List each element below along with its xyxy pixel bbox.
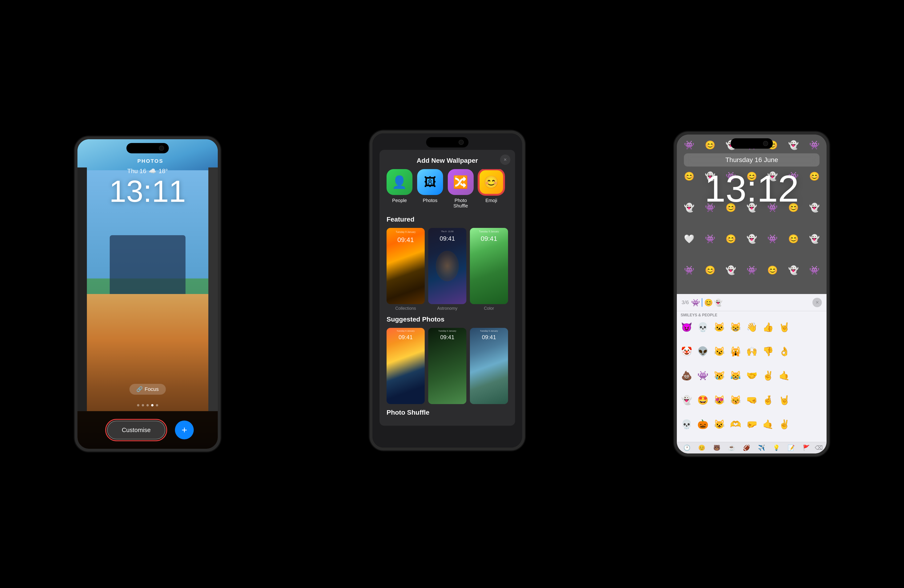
ep-call-me[interactable]: 🤙: [776, 369, 792, 383]
ep-fist-right[interactable]: 🤜: [744, 393, 760, 407]
dot-3: [147, 404, 149, 407]
tb-smileys[interactable]: 😊: [695, 445, 708, 451]
add-wallpaper-modal: Add New Wallpaper × 👤 People 🖼 Photos 🔀 …: [379, 150, 515, 426]
date-weather: Thu 16 ☁️ 18°: [77, 167, 218, 175]
tb-food[interactable]: ☕: [725, 445, 738, 451]
selected-emojis: 👾 😊 👻: [691, 298, 810, 307]
lock-info: Thu 16 ☁️ 18° 13:11: [77, 167, 218, 207]
tb-sports[interactable]: 🏈: [740, 445, 753, 451]
ep-kiss-cat[interactable]: 😽: [728, 393, 743, 407]
sunset-time-big: 09:41: [387, 334, 425, 341]
suggested-lake[interactable]: Tuesday 9 January 09:41: [470, 328, 508, 404]
e7: 👾: [804, 137, 825, 153]
ep-call-me2[interactable]: 🤙: [760, 417, 776, 431]
sunset-time: Tuesday 9 January: [387, 330, 425, 332]
ep-empty8: [809, 393, 825, 407]
ep-devil[interactable]: 😈: [679, 320, 694, 334]
tb-flags[interactable]: 🚩: [800, 445, 812, 451]
delete-button[interactable]: ⌫: [815, 445, 823, 451]
ep-peace2[interactable]: ✌️: [776, 417, 792, 431]
ep-thumbsup[interactable]: 👍: [760, 320, 776, 334]
ep-heart-cat[interactable]: 😻: [711, 393, 727, 407]
ep-heart-hands[interactable]: 🫶: [728, 417, 743, 431]
ep-empty6: [809, 369, 825, 383]
tb-symbols[interactable]: 📝: [785, 445, 798, 451]
ep-rock2[interactable]: 🤘: [776, 393, 792, 407]
suggested-sunset[interactable]: Tuesday 9 January 09:41: [387, 328, 425, 404]
featured-color[interactable]: Tuesday 9 January 09:41 Color: [470, 228, 508, 311]
ep-ghost[interactable]: 👻: [679, 393, 694, 407]
color-time: Tuesday 9 January: [470, 230, 508, 233]
panel-close-button[interactable]: ✕: [812, 298, 822, 307]
forest-preview: Tuesday 9 January 09:41: [428, 328, 466, 404]
featured-collections[interactable]: Tuesday 9 January 09:41 Collections: [387, 228, 425, 311]
ep-cat-scream[interactable]: 🙀: [728, 344, 743, 358]
e35: 👾: [804, 262, 825, 279]
focus-pill[interactable]: 🔗 Focus: [129, 384, 166, 395]
ep-empty4: [809, 344, 825, 358]
ep-skull[interactable]: 💀: [695, 320, 711, 334]
ep-poop[interactable]: 💩: [679, 369, 694, 383]
color-label: Color: [470, 306, 508, 311]
camera-3: [763, 141, 768, 146]
dot-4: [151, 404, 153, 407]
ep-cat3[interactable]: 😼: [711, 344, 727, 358]
phone-3: 👾 😊 👻 👾 😊 👻 👾 😊 👻 👾 😊 👻 👾 😊 👻 👾 😊 👻 👾: [674, 132, 830, 456]
ep-invader[interactable]: 👾: [695, 369, 711, 383]
photo-shuffle-label: Photo Shuffle: [448, 198, 474, 209]
suggested-title: Suggested Photos: [387, 316, 508, 323]
e2: 😊: [700, 137, 720, 153]
ep-cat2[interactable]: 😸: [728, 320, 743, 334]
add-button[interactable]: +: [175, 421, 194, 439]
camera-2: [458, 140, 464, 145]
ep-crying-cat[interactable]: 😿: [711, 369, 727, 383]
ep-cat4[interactable]: 😺: [711, 417, 727, 431]
color-time-big: 09:41: [470, 235, 508, 243]
tb-objects[interactable]: 💡: [770, 445, 782, 451]
tb-travel[interactable]: ✈️: [755, 445, 768, 451]
suggested-forest[interactable]: Tuesday 9 January 09:41: [428, 328, 466, 404]
ep-empty1: [793, 320, 808, 334]
ep-wave[interactable]: 👋: [744, 320, 760, 334]
ep-clown[interactable]: 🤡: [679, 344, 694, 358]
customise-button[interactable]: Customise: [107, 421, 166, 440]
e29: 👾: [679, 262, 699, 279]
ep-skull2[interactable]: 💀: [679, 417, 694, 431]
e34: 👻: [784, 262, 803, 279]
tb-recent[interactable]: 🕐: [681, 445, 693, 451]
ep-thumbsdown[interactable]: 👎: [760, 344, 776, 358]
astronomy-time-big: 09:41: [428, 235, 466, 242]
close-button[interactable]: ×: [500, 154, 510, 165]
ep-rock[interactable]: 🤘: [776, 320, 792, 334]
wtype-photos[interactable]: 🖼 Photos: [417, 169, 443, 209]
e23: 👾: [700, 231, 720, 247]
ep-star-eyes[interactable]: 🤩: [695, 393, 711, 407]
featured-astronomy[interactable]: Thu 9 · 21:55 09:41 Astronomy: [428, 228, 466, 311]
ep-handshake[interactable]: 🤝: [744, 369, 760, 383]
ep-alien[interactable]: 👽: [695, 344, 711, 358]
wtype-photo-shuffle[interactable]: 🔀 Photo Shuffle: [448, 169, 474, 209]
sunset-preview: Tuesday 9 January 09:41: [387, 328, 425, 404]
astronomy-preview: Thu 9 · 21:55 09:41: [428, 228, 466, 304]
ep-empty3: [793, 344, 808, 358]
ep-pumpkin[interactable]: 🎃: [695, 417, 711, 431]
forest-time-big: 09:41: [428, 334, 466, 341]
wtype-people[interactable]: 👤 People: [387, 169, 412, 209]
ep-ok[interactable]: 👌: [776, 344, 792, 358]
e33: 😊: [763, 262, 783, 279]
focus-label: Focus: [145, 386, 159, 392]
ep-fist-left[interactable]: 🤛: [744, 417, 760, 431]
e6: 👻: [784, 137, 803, 153]
featured-grid: Tuesday 9 January 09:41 Collections Thu …: [387, 228, 508, 311]
ep-peace[interactable]: ✌️: [760, 369, 776, 383]
big-time: 13:12: [677, 170, 827, 207]
photo-shuffle-title: Photo Shuffle: [387, 409, 508, 416]
tb-animals[interactable]: 🐻: [711, 445, 723, 451]
ep-clap[interactable]: 🙌: [744, 344, 760, 358]
ep-empty9: [793, 417, 808, 431]
wtype-emoji[interactable]: 😊 Emoji: [478, 169, 504, 209]
sel-emoji-1: 👾: [691, 298, 700, 307]
ep-crossed-fingers[interactable]: 🤞: [760, 393, 776, 407]
ep-laughing-cat[interactable]: 😹: [728, 369, 743, 383]
ep-cat1[interactable]: 🐱: [711, 320, 727, 334]
